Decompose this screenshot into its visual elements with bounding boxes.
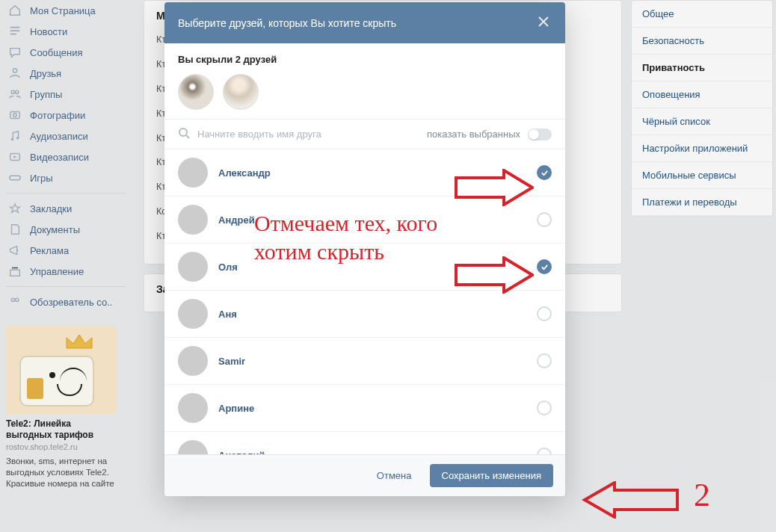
- checkbox-checked-icon[interactable]: [537, 259, 552, 274]
- checkbox-icon[interactable]: [537, 353, 552, 368]
- avatar: [178, 393, 208, 423]
- friend-name: Александр: [218, 167, 526, 179]
- avatar: [178, 440, 208, 454]
- friend-name: Samir: [218, 356, 526, 367]
- show-selected-label: показать выбранных: [427, 129, 520, 140]
- avatar: [178, 299, 208, 329]
- modal: Выберите друзей, которых Вы хотите скрыт…: [164, 2, 565, 496]
- friends-list: АлександрАндрейОляАняSamirАрпинеАнатолий: [164, 149, 565, 454]
- friend-row[interactable]: Аня: [164, 291, 565, 338]
- hidden-friend-avatar[interactable]: [178, 74, 214, 110]
- friend-row[interactable]: Арпине: [164, 385, 565, 432]
- checkbox-checked-icon[interactable]: [537, 165, 552, 180]
- friend-row[interactable]: Александр: [164, 149, 565, 197]
- avatar: [178, 205, 208, 235]
- avatar: [178, 346, 208, 376]
- save-button[interactable]: Сохранить изменения: [430, 464, 554, 487]
- friend-name: Арпине: [218, 403, 526, 414]
- friend-name: Оля: [218, 262, 526, 273]
- friend-row[interactable]: Андрей: [164, 197, 565, 244]
- hidden-friend-avatar[interactable]: [223, 74, 259, 110]
- hidden-count: Вы скрыли 2 друзей: [178, 54, 552, 65]
- friend-row[interactable]: Анатолий: [164, 432, 565, 454]
- friend-name: Анатолий: [218, 450, 526, 455]
- search-input[interactable]: [197, 129, 419, 140]
- checkbox-icon[interactable]: [537, 212, 552, 227]
- checkbox-icon[interactable]: [537, 448, 552, 454]
- cancel-button[interactable]: Отмена: [365, 464, 424, 487]
- checkbox-icon[interactable]: [537, 306, 552, 321]
- close-icon[interactable]: [535, 13, 552, 32]
- annotation-marker: 2: [694, 476, 710, 514]
- avatar: [178, 252, 208, 282]
- checkbox-icon[interactable]: [537, 400, 552, 415]
- friend-name: Аня: [218, 309, 526, 320]
- search-icon: [178, 127, 190, 141]
- modal-header: Выберите друзей, которых Вы хотите скрыт…: [164, 2, 565, 43]
- show-selected-toggle[interactable]: [528, 129, 552, 140]
- avatar: [178, 158, 208, 188]
- modal-title: Выберите друзей, которых Вы хотите скрыт…: [178, 17, 396, 29]
- friend-row[interactable]: Samir: [164, 338, 565, 385]
- svg-point-14: [179, 129, 187, 136]
- friend-row[interactable]: Оля: [164, 244, 565, 291]
- friend-name: Андрей: [218, 214, 526, 226]
